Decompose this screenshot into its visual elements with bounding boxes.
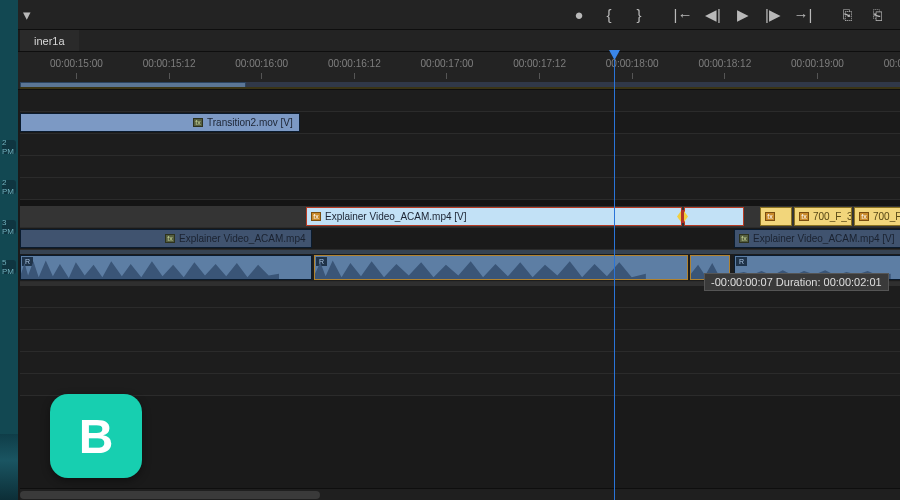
mark-out-button[interactable]: } [624,0,654,30]
playback-toolbar: ▾ ● { } |← ◀| ▶ |▶ →| ⎘ ⎗ [0,0,900,30]
step-forward-button[interactable]: |▶ [758,0,788,30]
audio-track-a4[interactable] [20,330,900,352]
lift-button[interactable]: ⎘ [832,0,862,30]
ruler-tick-label: 00:00:17:12 [513,58,566,69]
go-to-out-button[interactable]: →| [788,0,818,30]
ruler-tick-label: 00:00:15:12 [143,58,196,69]
fx-badge-icon: fx [799,212,809,221]
audio-clip-left[interactable]: R [20,255,312,280]
clip-label: Explainer Video_ACAM.mp4 [V] [753,233,895,244]
waveform-icon [21,256,279,279]
os-dock-sliver: 2 PM 2 PM 3 PM 5 PM [0,0,18,500]
clip-stock-1[interactable]: fx [760,207,792,226]
video-track-spacer[interactable] [20,178,900,200]
watermark-badge: B [50,394,142,478]
fx-badge-icon: fx [311,212,321,221]
os-dock-photo [0,434,18,500]
video-track-v3[interactable]: fx Transition2.mov [V] [20,112,900,134]
ripple-trim-cursor-icon [675,209,690,224]
extract-button[interactable]: ⎗ [862,0,892,30]
os-dock-item: 5 PM [2,260,16,274]
playhead-ruler[interactable] [614,60,615,500]
trim-tooltip: -00:00:00:07 Duration: 00:00:02:01 [704,273,889,291]
clip-stock-2[interactable]: fx 700_F_35 [794,207,852,226]
video-track-spacer[interactable] [20,134,900,156]
video-track-v4[interactable] [20,90,900,112]
fx-badge-icon: fx [765,212,775,221]
timeline-h-scrollbar[interactable] [20,488,900,500]
os-dock-item: 2 PM [2,180,16,194]
clip-explainer-v1[interactable]: fx Explainer Video_ACAM.mp4 [20,229,312,248]
time-ruler[interactable]: 00:00:15:0000:00:15:1200:00:16:0000:00:1… [0,52,900,90]
step-back-button[interactable]: ◀| [698,0,728,30]
fx-badge-icon: fx [739,234,749,243]
waveform-icon [315,256,646,279]
audio-track-a6[interactable] [20,374,900,396]
audio-track-a5[interactable] [20,352,900,374]
clip-transition[interactable]: fx Transition2.mov [V] [20,113,300,132]
add-marker-button[interactable]: ● [564,0,594,30]
sequence-tab[interactable]: iner1a [20,30,79,51]
clip-label: 700_F_35 [813,211,852,222]
video-track-v1[interactable]: fx Explainer Video_ACAM.mp4 fx Explainer… [20,228,900,250]
fx-badge-icon: fx [193,118,203,127]
clip-stock-3[interactable]: fx 700_F_35 [854,207,900,226]
os-dock-item: 2 PM [2,140,16,154]
mark-in-button[interactable]: { [594,0,624,30]
clip-label: Explainer Video_ACAM.mp4 [V] [325,211,467,222]
clip-label: Transition2.mov [V] [207,117,293,128]
clip-label: 700_F_35 [873,211,900,222]
ruler-tick-label: 00:00:16:00 [235,58,288,69]
clip-fragment[interactable] [684,207,744,226]
fx-badge-icon: fx [165,234,175,243]
go-to-in-button[interactable]: |← [668,0,698,30]
clip-explainer-v1-right[interactable]: fx Explainer Video_ACAM.mp4 [V] [734,229,900,248]
scrollbar-thumb[interactable] [20,491,320,499]
render-bar [20,87,900,89]
ruler-tick-label: 00:00:15:00 [50,58,103,69]
audio-clip-mid[interactable]: R [314,255,688,280]
ruler-tick-label: 00:00:16:12 [328,58,381,69]
fx-badge-icon: fx [859,212,869,221]
os-dock-item: 3 PM [2,220,16,234]
video-track-spacer[interactable] [20,156,900,178]
ruler-tick-label: 00:00:19:00 [791,58,844,69]
ruler-tick-label: 00:00:17:00 [421,58,474,69]
audio-track-a3[interactable] [20,308,900,330]
video-track-v2[interactable]: fx Explainer Video_ACAM.mp4 [V] fx fx 70… [20,206,900,228]
ruler-tick-label: 00:00:19:1 [884,58,900,69]
sequence-tabstrip: iner1a [0,30,900,52]
clip-explainer-selected[interactable]: fx Explainer Video_ACAM.mp4 [V] [306,207,682,226]
ruler-tick-label: 00:00:18:12 [698,58,751,69]
play-button[interactable]: ▶ [728,0,758,30]
clip-label: Explainer Video_ACAM.mp4 [179,233,306,244]
